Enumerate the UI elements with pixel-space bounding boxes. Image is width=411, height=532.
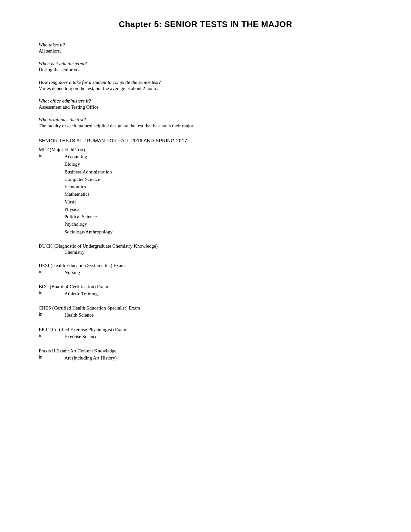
qa-question: When is it administered? [39, 61, 372, 66]
list-item: Exercise Science [64, 333, 97, 340]
test-title: BOC (Board of Certification) Exam [39, 284, 372, 290]
test-subjects-row: inNursing [39, 269, 372, 276]
list-item: Music [64, 198, 113, 206]
test-block-duck: DUCK (Diagnostic of Undergraduate Chemis… [39, 243, 372, 255]
list-item: Physics [64, 206, 113, 213]
list-item: Psychology [64, 221, 113, 228]
qa-question: What office administers it? [39, 98, 372, 104]
list-item: Health Science [64, 311, 93, 319]
subject-list: Exercise Science [64, 333, 97, 340]
qa-section: Who originates the test?The faculty of e… [39, 117, 372, 129]
qa-answer: Assessment and Testing Office. [39, 104, 372, 110]
test-in-label: in [39, 290, 64, 296]
qa-answer: All seniors. [39, 48, 372, 54]
test-in-label: in [39, 153, 64, 159]
test-block-praxis: Praxis II Exam: Art Content KnowledgeinA… [39, 348, 372, 362]
qa-answer: The faculty of each major/discipline des… [39, 123, 372, 129]
test-subjects-row: inArt (including Art History) [39, 354, 372, 362]
subject-list: AccountingBiologyBusiness Administration… [64, 153, 113, 236]
subject-list: Nursing [64, 269, 80, 276]
test-block-boc: BOC (Board of Certification) ExaminAthle… [39, 284, 372, 298]
list-item: Nursing [64, 269, 80, 276]
test-title: DUCK (Diagnostic of Undergraduate Chemis… [39, 243, 372, 249]
test-subjects-row: inAthletic Training [39, 290, 372, 298]
list-item: Economics [64, 183, 113, 191]
list-item: Accounting [64, 153, 113, 161]
test-block-ches: CHES (Certified Health Education Special… [39, 305, 372, 319]
page-title: Chapter 5: SENIOR TESTS IN THE MAJOR [39, 19, 372, 29]
test-subjects-row: inExercise Science [39, 333, 372, 340]
test-in-label: in [39, 269, 64, 274]
test-title: Praxis II Exam: Art Content Knowledge [39, 348, 372, 354]
qa-section: How long does it take for a student to c… [39, 80, 372, 91]
qa-section: When is it administered?During the senio… [39, 61, 372, 73]
subject-list: Art (including Art History) [64, 354, 117, 362]
test-in-label: in [39, 354, 64, 360]
test-in-label: in [39, 333, 64, 339]
list-item: Athletic Training [64, 290, 98, 298]
test-subjects-row: inHealth Science [39, 311, 372, 319]
test-in-label: in [39, 311, 64, 317]
test-block-mft: MFT (Major Field Test)inAccountingBiolog… [39, 147, 372, 236]
test-title: MFT (Major Field Test) [39, 147, 372, 153]
list-item: Political Science [64, 213, 113, 221]
section-heading: SENIOR TESTS AT TRUMAN FOR FALL 2016 AND… [39, 138, 372, 143]
list-item: Computer Science [64, 176, 113, 183]
list-item: Sociology/Anthropology [64, 228, 113, 236]
test-block-hesi: HESI (Health Education Systems Inc) Exam… [39, 263, 372, 276]
list-item: Art (including Art History) [64, 354, 117, 362]
qa-question: How long does it take for a student to c… [39, 80, 372, 85]
list-item: Business Administration [64, 168, 113, 176]
test-subjects-row: inAccountingBiologyBusiness Administrati… [39, 153, 372, 236]
subject-list: Health Science [64, 311, 93, 319]
test-subject: Chemistry [64, 250, 372, 255]
test-title: HESI (Health Education Systems Inc) Exam [39, 263, 372, 268]
qa-question: Who originates the test? [39, 117, 372, 123]
qa-answer: Varies depending on the test, but the av… [39, 86, 372, 91]
qa-section: Who takes it?All seniors. [39, 42, 372, 54]
qa-section: What office administers it?Assessment an… [39, 98, 372, 110]
qa-question: Who takes it? [39, 42, 372, 48]
test-title: CHES (Certified Health Education Special… [39, 305, 372, 311]
test-title: EP-C (Certified Exercise Physiologist) E… [39, 327, 372, 332]
list-item: Biology [64, 161, 113, 168]
list-item: Mathematics [64, 191, 113, 198]
qa-answer: During the senior year. [39, 67, 372, 73]
subject-list: Athletic Training [64, 290, 98, 298]
test-block-epc: EP-C (Certified Exercise Physiologist) E… [39, 327, 372, 340]
